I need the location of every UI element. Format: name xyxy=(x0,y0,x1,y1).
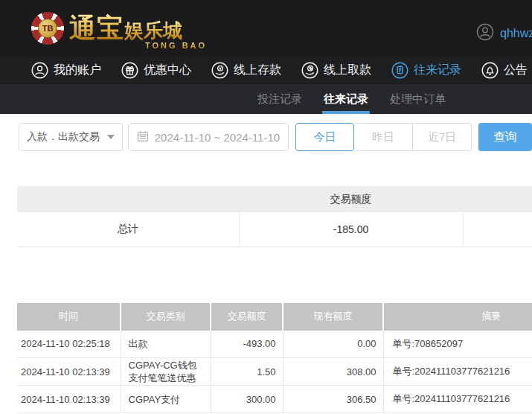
cell-type: CGPAY支付 xyxy=(121,386,211,413)
cell-balance: 306.50 xyxy=(283,386,383,413)
cell-amount: 300.00 xyxy=(211,386,283,413)
gift-icon xyxy=(121,62,138,79)
cell-memo: 单号:708652097 xyxy=(383,331,532,358)
transaction-type-value: 入款．出款交易 xyxy=(27,130,100,144)
records-icon xyxy=(391,62,408,79)
username: qhhwz xyxy=(500,27,532,40)
filter-bar: 入款．出款交易 2024-11-10 ~ 2024-11-10 今日 昨日 近7… xyxy=(17,123,532,151)
nav-item-promotions[interactable]: 优惠中心 xyxy=(121,62,191,79)
deposit-icon xyxy=(211,62,228,79)
brand-name-secondary: 娱乐城 xyxy=(124,19,182,42)
last-7-days-button[interactable]: 近7日 xyxy=(413,123,472,151)
nav-item-deposit[interactable]: 线上存款 xyxy=(211,62,281,79)
nav-item-announcements[interactable]: 公告 xyxy=(481,62,528,79)
cell-balance: 308.00 xyxy=(283,358,383,386)
records-table: 时间 交易类别 交易额度 现有额度 摘要 2024-11-10 02:25:18… xyxy=(17,303,532,414)
cell-amount: 1.50 xyxy=(211,358,283,386)
nav-label: 线上取款 xyxy=(324,63,371,78)
nav-item-withdraw[interactable]: 线上取款 xyxy=(301,62,371,79)
table-row: 2024-11-10 02:13:39 CGPAY-CG钱包支付笔笔送优惠 1.… xyxy=(17,358,532,386)
col-header-type: 交易类别 xyxy=(121,303,211,331)
col-header-balance: 现有额度 xyxy=(283,303,383,331)
cell-memo: 单号:202411103777621216 xyxy=(383,358,532,386)
brand-logo[interactable]: TB 通宝娱乐城 TONG BAO xyxy=(31,10,182,51)
subtab-label: 投注记录 xyxy=(257,92,302,106)
nav-label: 往来记录 xyxy=(414,63,461,78)
records-header-row: 时间 交易类别 交易额度 现有额度 摘要 xyxy=(17,303,532,331)
sub-nav: 投注记录 往来记录 处理中订单 xyxy=(0,84,532,114)
brand-name-latin: TONG BAO xyxy=(145,41,207,50)
col-header-amount: 交易额度 xyxy=(211,303,283,331)
transaction-type-select[interactable]: 入款．出款交易 xyxy=(19,123,123,151)
summary-header-empty xyxy=(463,186,532,212)
user-account[interactable]: qhhwz xyxy=(476,23,532,44)
top-header: TB 通宝娱乐城 TONG BAO qhhwz xyxy=(0,0,532,56)
summary-header-amount: 交易额度 xyxy=(239,186,463,212)
chevron-down-icon xyxy=(107,135,115,139)
summary-header-row: 交易额度 xyxy=(17,186,532,212)
nav-label: 我的账户 xyxy=(54,63,101,78)
quick-range-group: 今日 昨日 近7日 xyxy=(295,123,472,151)
nav-label: 线上存款 xyxy=(234,63,281,78)
subtab-label: 往来记录 xyxy=(324,92,368,106)
tab-betting-records[interactable]: 投注记录 xyxy=(257,84,302,114)
cell-amount: -493.00 xyxy=(211,331,283,358)
date-range-value: 2024-11-10 ~ 2024-11-10 xyxy=(155,131,280,144)
content: 入款．出款交易 2024-11-10 ~ 2024-11-10 今日 昨日 近7… xyxy=(0,123,532,413)
cell-balance: 0.00 xyxy=(283,331,383,358)
summary-total-row: 总计 -185.00 xyxy=(17,212,532,246)
calendar-icon xyxy=(137,130,149,144)
summary-total-value: -185.00 xyxy=(239,212,463,246)
bell-icon xyxy=(481,62,499,79)
brand-name: 通宝娱乐城 TONG BAO xyxy=(69,10,182,51)
brand-name-primary: 通宝 xyxy=(69,12,124,43)
cell-type: CGPAY-CG钱包支付笔笔送优惠 xyxy=(121,358,211,386)
subtab-label: 处理中订单 xyxy=(390,92,446,106)
cell-time: 2024-11-10 02:13:39 xyxy=(17,358,121,386)
table-row: 2024-11-10 02:25:18 出款 -493.00 0.00 单号:7… xyxy=(17,331,532,358)
cell-time: 2024-11-10 02:25:18 xyxy=(17,331,121,358)
nav-item-my-account[interactable]: 我的账户 xyxy=(31,62,101,79)
nav-label: 公告 xyxy=(504,63,528,78)
nav-item-transaction-records[interactable]: 往来记录 xyxy=(391,62,461,79)
col-header-memo: 摘要 xyxy=(383,303,532,331)
table-row: 2024-11-10 02:13:39 CGPAY支付 300.00 306.5… xyxy=(17,386,532,413)
summary-header-empty xyxy=(17,186,239,212)
col-header-time: 时间 xyxy=(17,303,121,331)
cell-memo: 单号:202411103777621216 xyxy=(383,386,532,413)
yesterday-button[interactable]: 昨日 xyxy=(354,123,413,151)
tab-transaction-records[interactable]: 往来记录 xyxy=(324,84,368,114)
chip-label: TB xyxy=(38,19,57,38)
today-button[interactable]: 今日 xyxy=(295,123,354,151)
casino-chip-icon: TB xyxy=(31,12,64,45)
summary-table: 交易额度 总计 -185.00 xyxy=(17,186,532,247)
cell-type: 出款 xyxy=(121,331,211,358)
page: TB 通宝娱乐城 TONG BAO qhhwz xyxy=(0,0,532,414)
date-range-input[interactable]: 2024-11-10 ~ 2024-11-10 xyxy=(128,123,289,151)
nav-label: 优惠中心 xyxy=(144,63,191,78)
search-button[interactable]: 查询 xyxy=(478,123,532,151)
cell-time: 2024-11-10 02:13:39 xyxy=(17,386,121,413)
user-icon xyxy=(31,62,48,79)
summary-total-label: 总计 xyxy=(17,212,239,246)
withdraw-icon xyxy=(301,62,318,79)
main-nav: 我的账户 优惠中心 线上存款 线上取款 xyxy=(0,56,532,84)
summary-empty-cell xyxy=(463,212,532,246)
avatar-icon xyxy=(476,23,494,44)
tab-processing-orders[interactable]: 处理中订单 xyxy=(390,84,446,114)
